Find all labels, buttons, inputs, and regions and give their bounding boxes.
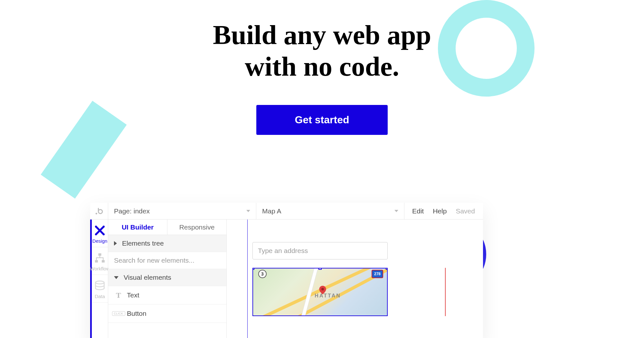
resize-handle[interactable] xyxy=(252,268,254,270)
visual-elements-toggle[interactable]: Visual elements xyxy=(108,269,226,286)
tab-ui-builder[interactable]: UI Builder xyxy=(108,220,167,235)
map-pin-icon xyxy=(317,285,328,295)
tab-responsive[interactable]: Responsive xyxy=(167,220,226,235)
element-search-input[interactable]: Search for new elements... xyxy=(108,252,226,269)
measurement-guide xyxy=(445,268,446,316)
element-selector-dropdown[interactable]: Map A xyxy=(256,203,404,219)
rail-tab-design[interactable]: Design xyxy=(92,220,108,247)
map-element-selected[interactable]: 3 278 HATTAN xyxy=(252,268,388,316)
caret-right-icon xyxy=(114,241,117,246)
editor-topbar: Page: index Map A Edit Help Saved xyxy=(90,203,483,220)
text-icon: T xyxy=(114,291,123,300)
chevron-down-icon xyxy=(246,210,250,212)
headline-line-1: Build any web app xyxy=(213,20,431,50)
alignment-guide xyxy=(247,220,248,338)
svg-point-1 xyxy=(95,226,97,228)
resize-handle[interactable] xyxy=(318,268,322,270)
headline-line-2: with no code. xyxy=(245,51,399,81)
side-panel: UI Builder Responsive Elements tree Sear… xyxy=(108,220,227,338)
edit-menu[interactable]: Edit xyxy=(412,207,424,215)
bubble-logo-icon xyxy=(94,206,104,216)
chevron-down-icon xyxy=(394,210,398,212)
svg-point-0 xyxy=(95,213,97,214)
workflow-icon xyxy=(94,252,106,264)
element-text-label: Text xyxy=(127,291,139,299)
svg-rect-6 xyxy=(95,260,98,263)
route-shield-icon: 3 xyxy=(258,270,267,278)
svg-point-3 xyxy=(95,233,97,235)
svg-rect-7 xyxy=(102,260,105,263)
elements-tree-label: Elements tree xyxy=(122,239,164,247)
caret-down-icon xyxy=(114,276,118,279)
rail-label-workflow: Workflow xyxy=(90,266,109,271)
rail-label-design: Design xyxy=(92,238,108,244)
editor-canvas[interactable]: Type an address 3 278 HATTAN xyxy=(227,220,483,338)
button-icon: CLICK xyxy=(114,309,123,318)
element-selector-label: Map A xyxy=(262,207,281,215)
element-button-label: Button xyxy=(127,310,147,317)
resize-handle[interactable] xyxy=(386,268,388,270)
database-icon xyxy=(94,280,106,292)
route-shield-icon: 278 xyxy=(372,270,383,278)
svg-point-8 xyxy=(96,281,104,284)
element-item-button[interactable]: CLICK Button xyxy=(108,305,226,323)
rail-label-data: Data xyxy=(95,294,105,299)
svg-point-9 xyxy=(321,288,324,290)
rail-tab-data[interactable]: Data xyxy=(92,275,108,303)
svg-point-4 xyxy=(103,233,105,235)
page-headline: Build any web app with no code. xyxy=(0,19,644,82)
element-item-text[interactable]: T Text xyxy=(108,286,226,305)
get-started-button[interactable]: Get started xyxy=(256,105,388,135)
address-input[interactable]: Type an address xyxy=(252,242,388,259)
page-selector-label: Page: index xyxy=(114,207,150,215)
app-logo[interactable] xyxy=(90,203,108,219)
decorative-ring xyxy=(438,0,535,97)
design-icon xyxy=(94,225,106,236)
svg-point-2 xyxy=(103,226,105,228)
left-rail: Design Workflow Data xyxy=(90,220,108,338)
svg-rect-5 xyxy=(99,253,101,256)
editor-preview-window: Page: index Map A Edit Help Saved Design… xyxy=(90,203,483,338)
elements-tree-toggle[interactable]: Elements tree xyxy=(108,235,226,252)
page-selector-dropdown[interactable]: Page: index xyxy=(108,203,256,219)
rail-tab-workflow[interactable]: Workflow xyxy=(92,247,108,275)
help-menu[interactable]: Help xyxy=(433,207,447,215)
visual-elements-label: Visual elements xyxy=(124,274,171,281)
save-status: Saved xyxy=(456,207,475,215)
